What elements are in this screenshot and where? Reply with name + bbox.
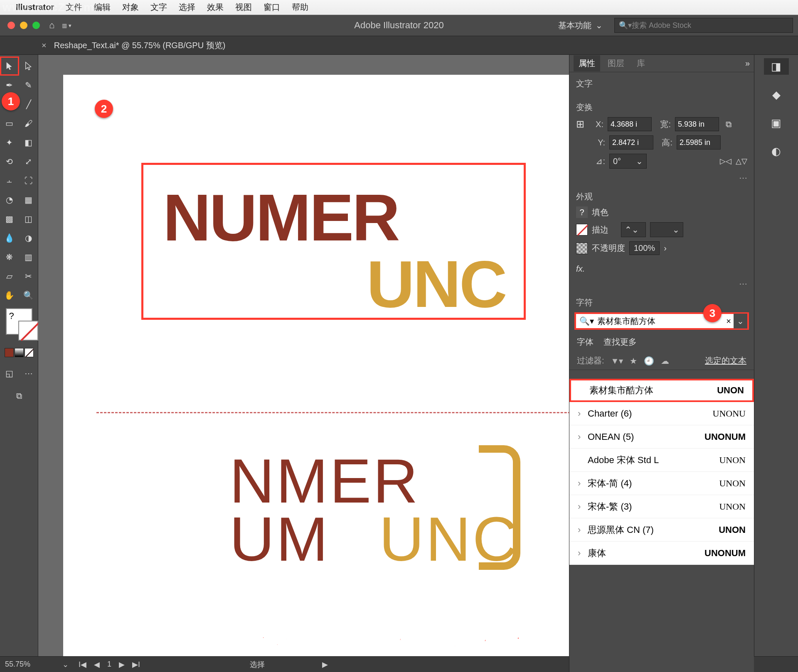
expand-family-icon[interactable]: › — [578, 501, 588, 512]
fill-question-icon[interactable]: ? — [576, 206, 588, 218]
workspace-switcher[interactable]: 基本功能 ⌄ — [558, 20, 603, 31]
properties-panel-icon[interactable]: ◨ — [764, 58, 789, 75]
zoom-tool[interactable]: 🔍 — [20, 287, 37, 304]
tab-layers[interactable]: 图层 — [603, 55, 629, 71]
arrange-documents-icon[interactable]: ▥ ▾ — [62, 22, 71, 29]
prev-artboard-button[interactable]: ◀ — [91, 659, 102, 670]
font-tab-findmore[interactable]: 查找更多 — [603, 336, 637, 348]
stroke-swatch[interactable] — [18, 321, 38, 341]
next-artboard-button[interactable]: ▶ — [116, 659, 127, 670]
opacity-more-icon[interactable]: › — [664, 243, 667, 253]
font-list-item[interactable]: Adobe 宋体 Std LUNON — [569, 449, 754, 472]
curvature-tool[interactable]: ✎ — [20, 76, 37, 94]
direct-selection-tool[interactable] — [20, 57, 37, 75]
edit-toolbar-icon[interactable]: ⋯ — [20, 365, 37, 382]
font-list-item[interactable]: ›ONEAN (5)UNONUM — [569, 425, 754, 449]
column-graph-tool[interactable]: ▥ — [20, 248, 37, 266]
artboard-tool[interactable]: ▱ — [1, 267, 18, 285]
menu-effect[interactable]: 效果 — [207, 2, 224, 13]
hand-tool[interactable]: ✋ — [1, 287, 18, 304]
perspective-tool[interactable]: ▦ — [20, 191, 37, 208]
maximize-window-button[interactable] — [32, 22, 40, 29]
artboard-number[interactable]: 1 — [105, 659, 114, 670]
gradient-tool[interactable]: ◫ — [20, 210, 37, 228]
zoom-level[interactable]: 55.75% — [5, 660, 55, 669]
tab-libraries[interactable]: 库 — [632, 55, 650, 71]
fx-button[interactable]: fx. — [576, 264, 585, 273]
fill-swatch[interactable]: ? — [6, 308, 32, 335]
menu-select[interactable]: 选择 — [179, 2, 195, 13]
none-fill-icon[interactable] — [25, 348, 34, 357]
expand-family-icon[interactable]: › — [578, 408, 588, 419]
stroke-weight-stepper[interactable]: ⌃⌄ — [621, 222, 646, 237]
draw-normal-icon[interactable]: ◱ — [1, 365, 18, 382]
font-search-input[interactable]: 🔍▾ 素材集市酷方体 × ⌄ — [574, 312, 749, 330]
x-input[interactable] — [608, 117, 652, 131]
flip-v-icon[interactable]: △▽ — [736, 157, 747, 166]
expand-family-icon[interactable]: › — [578, 548, 588, 559]
eyedropper-tool[interactable]: 💧 — [1, 229, 18, 247]
expand-family-icon[interactable]: › — [578, 525, 588, 535]
more-options-icon[interactable]: ⋯ — [576, 173, 747, 183]
reference-point-icon[interactable]: ⊞ — [576, 118, 584, 130]
font-list-item[interactable]: ›康体UNONUM — [569, 542, 754, 565]
eraser-tool[interactable]: ◧ — [20, 134, 37, 151]
menu-object[interactable]: 对象 — [122, 2, 139, 13]
first-artboard-button[interactable]: I◀ — [76, 659, 89, 670]
menu-help[interactable]: 帮助 — [292, 2, 308, 13]
y-input[interactable] — [609, 135, 653, 150]
menu-type[interactable]: 文字 — [150, 2, 167, 13]
font-tab-fonts[interactable]: 字体 — [577, 336, 594, 348]
menu-window[interactable]: 窗口 — [264, 2, 280, 13]
close-tab-icon[interactable]: × — [42, 41, 47, 50]
last-artboard-button[interactable]: ▶I — [130, 659, 143, 670]
selected-text-label[interactable]: 选定的文本 — [705, 355, 746, 366]
stroke-profile-dropdown[interactable]: ⌄ — [650, 222, 683, 237]
tab-properties[interactable]: 属性 — [574, 55, 600, 71]
rectangle-tool[interactable]: ▭ — [1, 115, 18, 132]
menu-edit[interactable]: 编辑 — [94, 2, 111, 13]
mesh-tool[interactable]: ▩ — [1, 210, 18, 228]
shaper-tool[interactable]: ✦ — [1, 134, 18, 151]
close-window-button[interactable] — [7, 22, 15, 29]
color-fill-icon[interactable] — [5, 348, 14, 357]
stock-search[interactable]: 🔍▾ 搜索 Adobe Stock — [614, 18, 793, 33]
zoom-chevron-icon[interactable]: ⌄ — [62, 660, 69, 669]
font-list-item[interactable]: 素材集市酷方体UNON — [569, 379, 754, 402]
libraries-panel-icon[interactable]: ▣ — [764, 115, 789, 131]
rotate-tool[interactable]: ⟲ — [1, 153, 18, 170]
shape-builder-tool[interactable]: ◔ — [1, 191, 18, 208]
home-icon[interactable]: ⌂ — [49, 20, 54, 31]
blend-tool[interactable]: ◑ — [20, 229, 37, 247]
w-input[interactable] — [675, 117, 719, 131]
layers-panel-icon[interactable]: ◆ — [764, 86, 789, 103]
free-transform-tool[interactable]: ⛶ — [20, 172, 37, 189]
expand-family-icon[interactable]: › — [578, 478, 588, 489]
minimize-window-button[interactable] — [20, 22, 27, 29]
scale-tool[interactable]: ⤢ — [20, 153, 37, 170]
clear-search-icon[interactable]: × — [726, 316, 731, 326]
favorite-filter-icon[interactable]: ★ — [630, 356, 637, 366]
paintbrush-tool[interactable]: 🖌 — [20, 115, 37, 132]
link-wh-icon[interactable]: ⧉ — [726, 120, 732, 129]
screen-mode-icon[interactable]: ⧉ — [10, 387, 28, 405]
symbol-sprayer-tool[interactable]: ❋ — [1, 248, 18, 266]
font-list-item[interactable]: ›思源黑体 CN (7)UNON — [569, 518, 754, 542]
document-tab[interactable]: × Reshape_Text.ai* @ 55.75% (RGB/GPU 预览) — [42, 40, 225, 51]
line-tool[interactable]: ╱ — [20, 96, 37, 113]
opacity-value[interactable]: 100% — [629, 241, 660, 255]
panel-expand-icon[interactable]: » — [745, 59, 750, 68]
recent-filter-icon[interactable]: 🕘 — [644, 356, 654, 366]
appearance-more-icon[interactable]: ⋯ — [576, 279, 747, 289]
angle-dropdown[interactable]: 0°⌄ — [609, 154, 647, 169]
font-list-item[interactable]: ›Charter (6)UNONU — [569, 402, 754, 425]
appearance-panel-icon[interactable]: ◐ — [764, 143, 789, 159]
slice-tool[interactable]: ✂ — [20, 267, 37, 285]
pen-tool[interactable]: ✒ — [1, 76, 18, 94]
font-list-item[interactable]: ›宋体-繁 (3)UNON — [569, 495, 754, 518]
width-tool[interactable]: ⫠ — [1, 172, 18, 189]
selection-tool[interactable] — [1, 57, 18, 75]
h-input[interactable] — [677, 135, 721, 150]
opacity-swatch-icon[interactable] — [576, 243, 588, 254]
filter-icon[interactable]: ▼▾ — [611, 356, 623, 366]
